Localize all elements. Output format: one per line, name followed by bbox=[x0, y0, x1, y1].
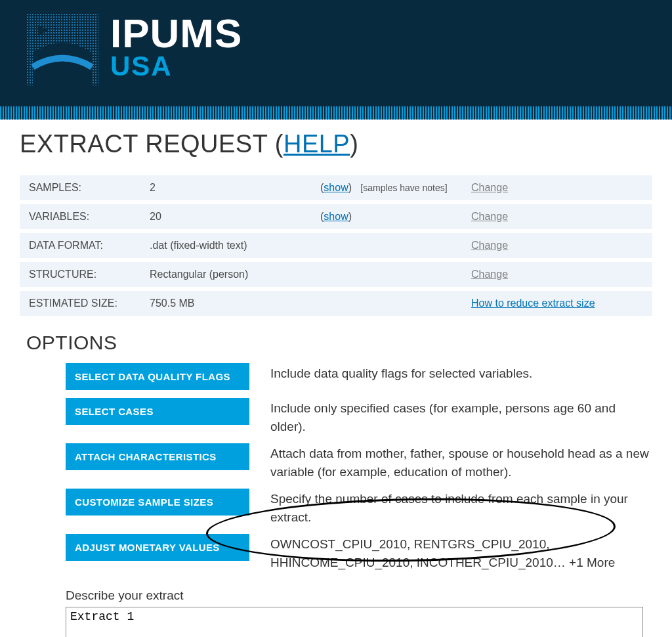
option-desc: Attach data from mother, father, spouse … bbox=[270, 443, 651, 481]
table-row: ESTIMATED SIZE: 750.5 MB How to reduce e… bbox=[20, 291, 652, 316]
select-cases-button[interactable]: SELECT CASES bbox=[66, 398, 249, 425]
logo-main-text: IPUMS bbox=[110, 13, 242, 54]
describe-label: Describe your extract bbox=[66, 588, 652, 603]
logo-icon bbox=[26, 13, 98, 85]
options-area: SELECT DATA QUALITY FLAGS Include data q… bbox=[20, 363, 652, 571]
option-desc: Include data quality flags for selected … bbox=[270, 363, 532, 383]
change-link[interactable]: Change bbox=[471, 269, 508, 280]
option-row: ATTACH CHARACTERISTICS Attach data from … bbox=[66, 443, 652, 481]
row-label: VARIABLES: bbox=[20, 204, 144, 229]
row-value: Rectangular (person) bbox=[144, 262, 315, 287]
options-heading: OPTIONS bbox=[26, 332, 652, 354]
customize-sample-sizes-button[interactable]: CUSTOMIZE SAMPLE SIZES bbox=[66, 489, 249, 516]
page-title-suffix: ) bbox=[350, 130, 358, 158]
row-value: 2 bbox=[144, 175, 315, 200]
table-row: DATA FORMAT: .dat (fixed-width text) Cha… bbox=[20, 233, 652, 258]
page-title: EXTRACT REQUEST (HELP) bbox=[20, 130, 652, 158]
show-link[interactable]: show bbox=[324, 211, 348, 222]
option-row: SELECT DATA QUALITY FLAGS Include data q… bbox=[66, 363, 652, 390]
change-link[interactable]: Change bbox=[471, 211, 508, 222]
reduce-size-link[interactable]: How to reduce extract size bbox=[471, 297, 595, 309]
option-row: CUSTOMIZE SAMPLE SIZES Specify the numbe… bbox=[66, 489, 652, 526]
table-row: VARIABLES: 20 (show) Change bbox=[20, 204, 652, 229]
row-value: 20 bbox=[144, 204, 315, 229]
change-link[interactable]: Change bbox=[471, 182, 508, 193]
select-data-quality-flags-button[interactable]: SELECT DATA QUALITY FLAGS bbox=[66, 363, 249, 390]
option-desc: Specify the number of cases to include f… bbox=[270, 489, 651, 526]
describe-extract-input[interactable] bbox=[66, 607, 643, 637]
decorative-number-band bbox=[0, 105, 672, 120]
option-row: ADJUST MONETARY VALUES OWNCOST_CPIU_2010… bbox=[66, 534, 652, 571]
row-value: 750.5 MB bbox=[144, 291, 315, 316]
change-link[interactable]: Change bbox=[471, 240, 508, 251]
show-link[interactable]: show bbox=[324, 182, 348, 193]
site-header: IPUMS USA bbox=[0, 0, 672, 105]
row-label: SAMPLES: bbox=[20, 175, 144, 200]
option-row: SELECT CASES Include only specified case… bbox=[66, 398, 652, 435]
row-note: [samples have notes] bbox=[360, 183, 447, 193]
row-label: ESTIMATED SIZE: bbox=[20, 291, 144, 316]
adjust-monetary-values-button[interactable]: ADJUST MONETARY VALUES bbox=[66, 534, 249, 561]
extract-summary-table: SAMPLES: 2 (show) [samples have notes] C… bbox=[20, 171, 652, 320]
row-value: .dat (fixed-width text) bbox=[144, 233, 315, 258]
table-row: STRUCTURE: Rectangular (person) Change bbox=[20, 262, 652, 287]
attach-characteristics-button[interactable]: ATTACH CHARACTERISTICS bbox=[66, 443, 249, 470]
option-desc: Include only specified cases (for exampl… bbox=[270, 398, 651, 435]
option-desc: OWNCOST_CPIU_2010, RENTGRS_CPIU_2010, HH… bbox=[270, 534, 651, 571]
row-label: STRUCTURE: bbox=[20, 262, 144, 287]
table-row: SAMPLES: 2 (show) [samples have notes] C… bbox=[20, 175, 652, 200]
brand-logo[interactable]: IPUMS USA bbox=[26, 13, 646, 85]
help-link[interactable]: HELP bbox=[284, 130, 350, 158]
row-label: DATA FORMAT: bbox=[20, 233, 144, 258]
logo-sub-text: USA bbox=[110, 53, 242, 80]
page-title-prefix: EXTRACT REQUEST ( bbox=[20, 130, 284, 158]
